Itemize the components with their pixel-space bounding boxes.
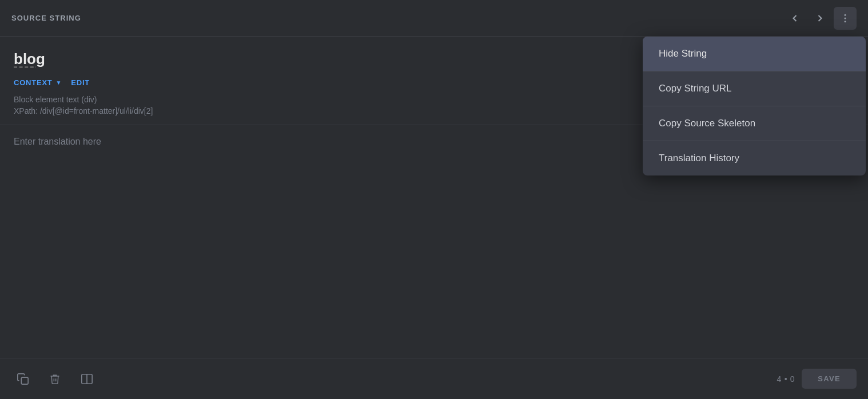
copy-string-url-label: Copy String URL <box>659 83 732 94</box>
forward-icon <box>814 13 826 24</box>
more-dots-icon <box>839 13 851 24</box>
delete-icon <box>49 373 61 385</box>
context-label: CONTEXT <box>14 78 53 87</box>
translation-history-label: Translation History <box>659 153 739 164</box>
dropdown-item-translation-history[interactable]: Translation History <box>643 141 866 175</box>
copy-string-icon <box>17 373 29 385</box>
char-counter: 4 • 0 <box>777 374 795 384</box>
copy-string-button[interactable] <box>11 368 34 390</box>
save-button[interactable]: SAVE <box>802 369 857 389</box>
context-chevron-icon: ▼ <box>56 79 62 86</box>
dropdown-menu: Hide String Copy String URL Copy Source … <box>643 37 866 175</box>
source-string-title: SOURCE STRING <box>11 14 81 22</box>
dropdown-item-hide-string[interactable]: Hide String <box>643 37 866 71</box>
dropdown-item-copy-string-url[interactable]: Copy String URL <box>643 71 866 106</box>
svg-point-2 <box>845 21 846 22</box>
edit-button[interactable]: EDIT <box>71 78 90 87</box>
header-actions <box>783 7 857 30</box>
header: SOURCE STRING <box>0 0 868 37</box>
context-button[interactable]: CONTEXT ▼ <box>14 78 62 87</box>
main-panel: SOURCE STRING blog <box>0 0 868 399</box>
delete-button[interactable] <box>43 368 66 390</box>
svg-point-0 <box>845 14 846 15</box>
footer: 4 • 0 SAVE <box>0 358 868 399</box>
copy-source-skeleton-label: Copy Source Skeleton <box>659 118 755 129</box>
svg-rect-3 <box>21 377 28 384</box>
forward-button[interactable] <box>809 7 831 30</box>
split-icon <box>81 373 93 385</box>
more-options-button[interactable] <box>834 7 857 30</box>
footer-left <box>11 368 98 390</box>
svg-point-1 <box>845 17 846 19</box>
back-icon <box>789 13 801 24</box>
hide-string-label: Hide String <box>659 48 707 59</box>
edit-label: EDIT <box>71 78 90 87</box>
footer-right: 4 • 0 SAVE <box>777 369 857 389</box>
dropdown-item-copy-source-skeleton[interactable]: Copy Source Skeleton <box>643 106 866 141</box>
split-button[interactable] <box>75 368 98 390</box>
back-button[interactable] <box>783 7 806 30</box>
